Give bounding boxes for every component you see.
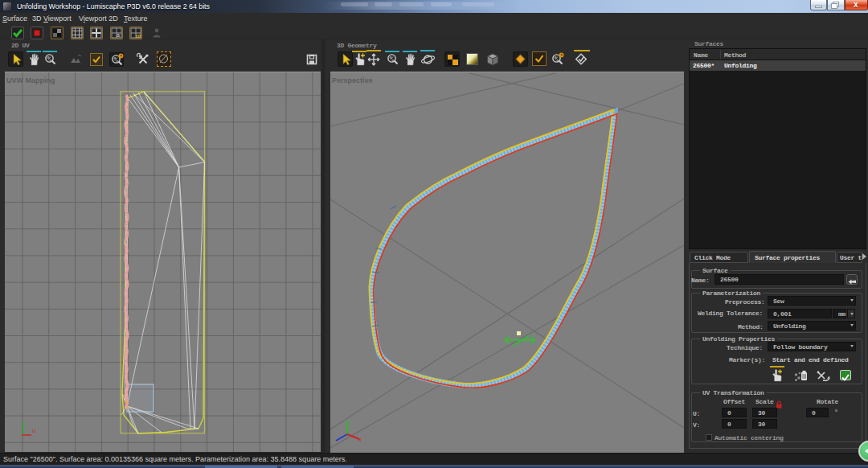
svg-text:a: a xyxy=(117,32,120,38)
svg-text:10: 10 xyxy=(136,34,141,39)
svg-text:u: u xyxy=(32,427,35,434)
svg-text:x: x xyxy=(358,437,362,442)
